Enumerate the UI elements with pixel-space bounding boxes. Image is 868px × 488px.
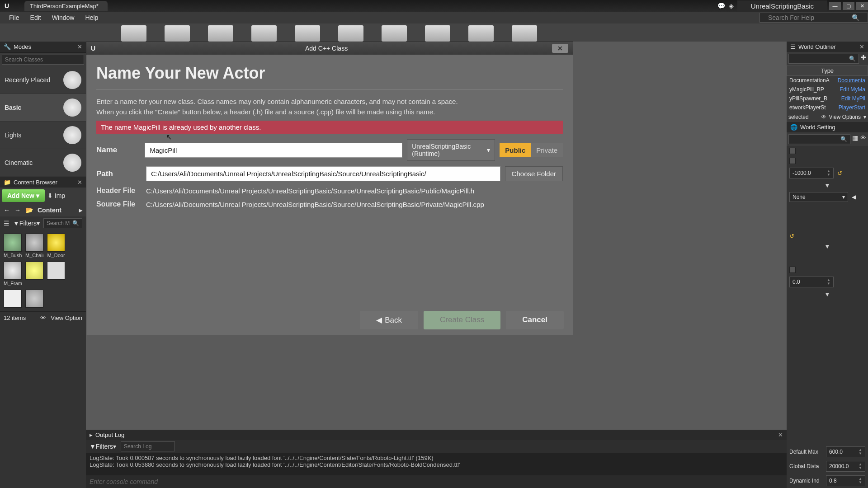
eye-icon[interactable]: 👁 [860, 134, 866, 144]
chat-icon[interactable]: 💬 [717, 2, 726, 10]
view-options-button[interactable]: View Options [829, 114, 861, 120]
toolbar-save-icon[interactable] [121, 25, 146, 42]
asset-thumb[interactable] [4, 234, 22, 252]
outliner-row[interactable]: yMagicPill_BPEdit MyMa [787, 85, 868, 94]
numeric-input[interactable]: -1000.0▲▼ [789, 168, 834, 178]
search-assets-input[interactable]: Search M🔍 [43, 218, 82, 228]
numeric-input[interactable]: 0.0▲▼ [789, 277, 834, 287]
close-icon[interactable]: ✕ [778, 432, 783, 438]
content-path-bar[interactable]: ← → 📂 Content ▸ [0, 204, 86, 216]
checkbox[interactable] [789, 158, 796, 164]
section-collapse-icon[interactable]: ▼ [787, 289, 868, 299]
toolbar-compile-icon[interactable] [468, 25, 494, 42]
toolbar-cinematics-icon[interactable] [382, 25, 407, 42]
place-mode-tab[interactable] [0, 52, 28, 53]
numeric-input[interactable]: 20000.0▲▼ [826, 461, 865, 472]
minimize-button[interactable]: — [829, 2, 841, 10]
add-actor-icon[interactable]: ✚ [861, 54, 866, 64]
asset-thumb[interactable] [25, 262, 43, 280]
toolbar-marketplace-icon[interactable] [251, 25, 277, 42]
header-file-label: Header File [96, 187, 142, 195]
outliner-row[interactable]: yPillSpawner_BEdit MyPil [787, 94, 868, 103]
back-arrow-icon[interactable]: ← [4, 206, 10, 214]
reset-arrow-icon[interactable]: ↺ [837, 170, 842, 177]
filters-menu[interactable]: ☰ [4, 220, 9, 227]
view-options-icon[interactable]: 👁 [40, 314, 46, 321]
create-class-button[interactable]: Create Class [424, 311, 500, 329]
section-collapse-icon[interactable]: ▼ [787, 180, 868, 190]
close-icon[interactable]: ✕ [77, 179, 82, 186]
close-icon[interactable]: ✕ [859, 43, 864, 50]
cancel-button[interactable]: Cancel [506, 311, 564, 329]
dialog-description: Enter a name for your new class. Class n… [96, 97, 563, 107]
asset-thumb[interactable] [47, 234, 65, 252]
modes-panel-header: 🔧 Modes ✕ [0, 42, 86, 52]
edit-link[interactable]: Edit MyMa [840, 86, 865, 93]
placer-lights[interactable]: Lights [0, 122, 86, 149]
filters-dropdown[interactable]: ▼Filters▾ [13, 220, 40, 227]
eye-icon[interactable]: 👁 [821, 114, 826, 120]
menu-help[interactable]: Help [80, 12, 104, 23]
asset-thumb[interactable] [47, 262, 65, 280]
asset-thumb[interactable] [25, 234, 43, 252]
folder-icon: 📁 [4, 179, 11, 186]
landscape-mode-tab[interactable] [57, 52, 86, 53]
numeric-input[interactable]: 600.0▲▼ [826, 446, 865, 457]
paint-mode-tab[interactable] [28, 52, 57, 53]
outliner-row[interactable]: etworkPlayerStPlayerStart [787, 103, 868, 112]
browse-icon[interactable]: ◀ [852, 194, 856, 200]
import-button[interactable]: ⬇ Imp [47, 192, 65, 199]
toolbar-settings-icon[interactable] [295, 25, 320, 42]
menu-edit[interactable]: Edit [25, 12, 47, 23]
placer-recently-placed[interactable]: Recently Placed [0, 66, 86, 94]
menu-window[interactable]: Window [47, 12, 80, 23]
toolbar-source-control-icon[interactable] [165, 25, 190, 42]
dialog-description: When you click the "Create" button below… [96, 107, 563, 117]
menu-file[interactable]: File [4, 12, 25, 23]
reset-arrow-icon[interactable]: ↺ [789, 233, 794, 239]
maximize-button[interactable]: ▢ [843, 2, 854, 10]
asset-thumb[interactable] [25, 290, 43, 308]
view-options-button[interactable]: View Option [51, 314, 82, 321]
checkbox[interactable] [789, 148, 796, 154]
type-column-header[interactable]: Type [787, 66, 868, 76]
module-dropdown[interactable]: UnrealScriptingBasic (Runtime)▾ [407, 139, 495, 161]
search-help-input[interactable]: Search For Help🔍 [760, 13, 868, 23]
numeric-input[interactable]: 0.8▲▼ [826, 475, 865, 486]
details-search-input[interactable]: 🔍 [788, 134, 850, 144]
placer-basic[interactable]: Basic [0, 94, 86, 122]
asset-thumb[interactable] [4, 262, 22, 280]
class-name-input[interactable] [145, 143, 402, 158]
toolbar-play-icon[interactable] [512, 25, 537, 42]
outliner-row[interactable]: DocumentationADocumenta [787, 76, 868, 85]
add-new-button[interactable]: Add New ▾ [2, 189, 45, 202]
asset-thumb[interactable] [4, 290, 22, 308]
main-toolbar [0, 23, 868, 42]
toolbar-build-icon[interactable] [425, 25, 450, 42]
level-tab[interactable]: ThirdPersonExampleMap* [24, 1, 108, 11]
section-collapse-icon[interactable]: ▼ [787, 241, 868, 251]
toolbar-content-icon[interactable] [208, 25, 233, 42]
forward-arrow-icon[interactable]: → [14, 206, 21, 214]
edit-link[interactable]: Edit MyPil [841, 95, 865, 102]
public-button[interactable]: Public [500, 143, 531, 157]
placer-cinematic[interactable]: Cinematic [0, 149, 86, 177]
grid-view-icon[interactable]: ▦ [852, 134, 858, 144]
search-log-input[interactable]: Search Log [121, 441, 175, 451]
choose-folder-button[interactable]: Choose Folder [505, 166, 563, 181]
search-classes-input[interactable]: Search Classes [2, 55, 84, 65]
path-input[interactable] [146, 166, 500, 181]
log-filters-dropdown[interactable]: ▼Filters▾ [90, 443, 116, 450]
console-input[interactable]: Enter console command [86, 475, 787, 488]
close-icon[interactable]: ✕ [77, 43, 82, 50]
checkbox[interactable] [789, 267, 796, 273]
source-control-icon[interactable]: ◈ [727, 2, 736, 10]
close-button[interactable]: ✕ [856, 2, 868, 10]
private-button[interactable]: Private [531, 143, 563, 157]
back-button[interactable]: ◀Back [360, 311, 418, 329]
world-settings-tab[interactable]: 🌐 World Setting [787, 122, 868, 132]
dialog-close-button[interactable]: ✕ [552, 44, 568, 53]
dropdown-input[interactable]: None▾ [789, 192, 848, 202]
toolbar-blueprints-icon[interactable] [338, 25, 363, 42]
outliner-search-input[interactable]: 🔍 [788, 54, 859, 64]
